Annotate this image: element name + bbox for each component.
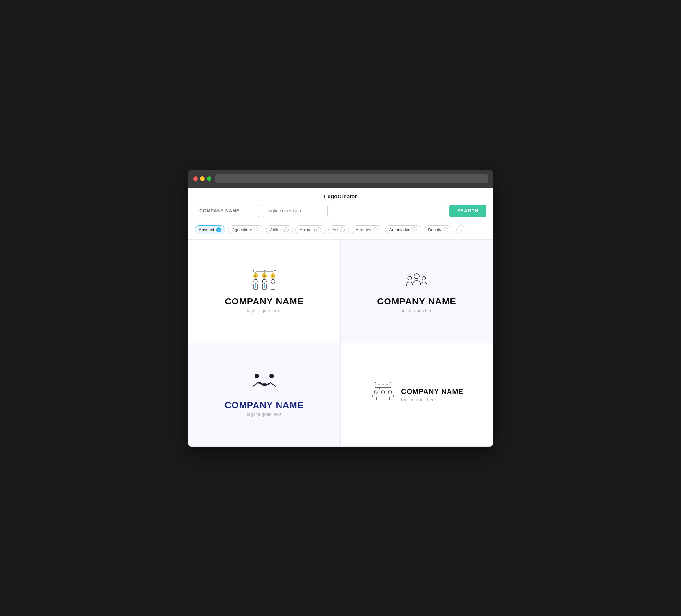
team-icon <box>404 269 430 292</box>
check-icon <box>443 227 448 232</box>
svg-point-42 <box>388 391 392 394</box>
svg-point-40 <box>374 391 377 394</box>
filter-chip-beauty[interactable]: Beauty <box>424 225 452 234</box>
svg-rect-11 <box>255 278 256 279</box>
extra-search-input[interactable] <box>331 205 446 217</box>
logo-tagline-3: tagline goes here <box>247 412 281 417</box>
svg-point-27 <box>414 274 419 279</box>
address-bar <box>215 174 488 183</box>
filter-chip-abstract[interactable]: Abstract <box>195 225 225 234</box>
filter-bar: AbstractAgricultureAirlineAnimalsArtAtto… <box>188 222 493 239</box>
minimize-button[interactable] <box>200 176 205 181</box>
logo-card-2[interactable]: COMPANY NAME tagline goes here <box>340 239 493 343</box>
company-name-input[interactable] <box>195 205 259 217</box>
filter-label: Automotive <box>389 227 410 232</box>
svg-rect-17 <box>272 278 274 279</box>
logo-grid: $ $ $ <box>188 239 493 447</box>
check-icon <box>283 227 288 232</box>
meeting-icon <box>370 381 396 404</box>
handshake-icon <box>250 373 279 395</box>
search-bar: SEARCH <box>188 205 493 222</box>
check-icon <box>316 227 321 232</box>
logo-company-4: COMPANY NAME <box>401 387 463 396</box>
logo-company-2: COMPANY NAME <box>377 296 456 307</box>
svg-point-4 <box>271 280 275 283</box>
browser-chrome <box>188 170 493 188</box>
svg-point-35 <box>382 384 384 385</box>
filter-label: Airline <box>270 227 282 232</box>
logo-card-4[interactable]: COMPANY NAME tagline goes here <box>340 343 493 447</box>
filter-label: Abstract <box>199 227 215 232</box>
check-icon <box>373 227 378 232</box>
filter-label: Agriculture <box>232 227 252 232</box>
logo-card-3[interactable]: COMPANY NAME tagline goes here <box>188 343 340 447</box>
logo-company-1: COMPANY NAME <box>225 296 304 307</box>
close-button[interactable] <box>193 176 198 181</box>
svg-point-0 <box>254 280 257 283</box>
app-title: LogoCreator <box>188 188 493 205</box>
svg-point-32 <box>262 383 267 386</box>
svg-point-25 <box>263 270 265 271</box>
svg-text:$: $ <box>263 275 265 278</box>
filter-next-button[interactable]: → <box>456 225 465 234</box>
maximize-button[interactable] <box>207 176 211 181</box>
filter-label: Art <box>332 227 338 232</box>
svg-rect-14 <box>263 278 265 279</box>
logo-card-1[interactable]: $ $ $ <box>188 239 340 343</box>
logo-company-3: COMPANY NAME <box>225 400 304 410</box>
svg-point-2 <box>262 280 266 283</box>
filter-chip-agriculture[interactable]: Agriculture <box>228 225 263 234</box>
check-icon <box>339 227 345 232</box>
svg-point-28 <box>408 276 411 280</box>
svg-point-41 <box>381 391 385 394</box>
svg-rect-37 <box>373 395 393 397</box>
filter-label: Beauty <box>428 227 441 232</box>
svg-text:$: $ <box>272 275 274 278</box>
filter-label: Animals <box>300 227 314 232</box>
check-icon <box>412 227 417 232</box>
check-icon <box>254 227 259 232</box>
logo-text-block-4: COMPANY NAME tagline goes here <box>401 387 463 402</box>
svg-point-30 <box>255 374 259 378</box>
logo-tagline-4: tagline goes here <box>401 397 463 402</box>
search-button[interactable]: SEARCH <box>450 205 486 217</box>
logo-tagline-2: tagline goes here <box>399 308 434 313</box>
browser-window: LogoCreator SEARCH AbstractAgricultureAi… <box>188 170 493 447</box>
svg-point-24 <box>253 270 254 271</box>
filter-chip-animals[interactable]: Animals <box>296 225 326 234</box>
filter-chip-airline[interactable]: Airline <box>266 225 293 234</box>
browser-content: LogoCreator SEARCH AbstractAgricultureAi… <box>188 188 493 447</box>
filter-chip-art[interactable]: Art <box>328 225 349 234</box>
investment-icon: $ $ $ <box>250 269 279 292</box>
filter-label: Attorney <box>356 227 371 232</box>
svg-point-36 <box>386 384 387 385</box>
logo-tagline-1: tagline goes here <box>247 308 281 313</box>
svg-point-29 <box>422 276 426 280</box>
svg-point-26 <box>274 270 276 271</box>
traffic-lights <box>193 176 211 181</box>
filter-chip-automotive[interactable]: Automotive <box>385 225 421 234</box>
svg-point-34 <box>378 384 380 385</box>
check-icon <box>216 227 221 232</box>
filter-chip-attorney[interactable]: Attorney <box>352 225 382 234</box>
svg-text:$: $ <box>255 275 256 278</box>
tagline-input[interactable] <box>263 205 328 217</box>
svg-point-31 <box>270 374 274 378</box>
